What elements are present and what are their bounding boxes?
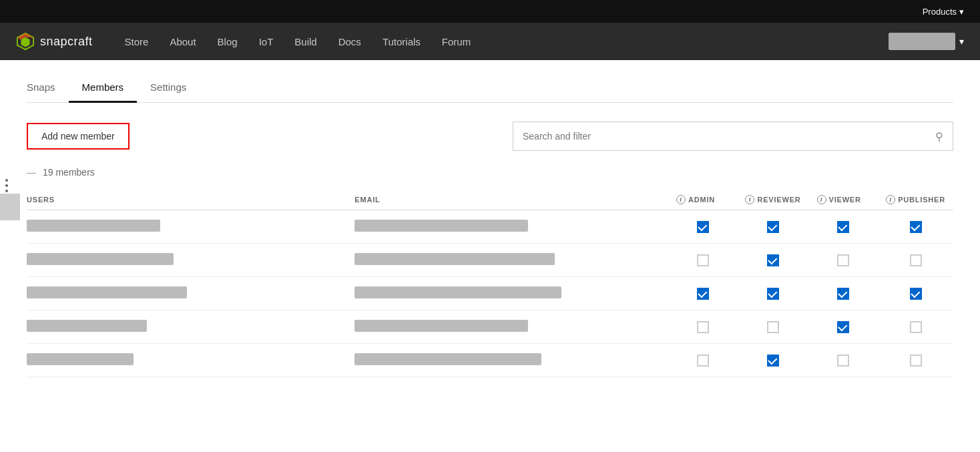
checkbox-admin[interactable] xyxy=(697,355,709,367)
cell-user xyxy=(27,244,346,277)
viewer-info-icon: i xyxy=(817,195,826,204)
products-chevron: ▾ xyxy=(959,7,964,17)
checkbox-viewer[interactable] xyxy=(837,355,849,367)
cell-user xyxy=(27,277,346,310)
nav-forum[interactable]: Forum xyxy=(431,23,481,60)
cell-admin xyxy=(668,244,737,277)
cell-viewer xyxy=(809,244,879,277)
nav-store[interactable]: Store xyxy=(114,23,160,60)
cell-publisher xyxy=(878,310,953,344)
checkbox-admin[interactable] xyxy=(697,321,709,333)
cell-reviewer xyxy=(737,344,808,377)
checkbox-publisher[interactable] xyxy=(910,288,922,300)
tabs: Snaps Members Settings xyxy=(27,60,953,103)
nav-links: Store About Blog IoT Build Docs Tutorial… xyxy=(114,23,889,60)
nav-tutorials[interactable]: Tutorials xyxy=(372,23,431,60)
checkbox-reviewer[interactable] xyxy=(767,254,779,266)
cell-publisher xyxy=(878,277,953,310)
checkbox-viewer[interactable] xyxy=(837,254,849,266)
members-section: Add new member ⚲ — 19 members USERS EMAI… xyxy=(27,103,953,396)
tab-settings[interactable]: Settings xyxy=(137,73,200,103)
table-row xyxy=(27,210,953,244)
nav-build[interactable]: Build xyxy=(284,23,327,60)
table-body xyxy=(27,210,953,377)
th-viewer: i VIEWER xyxy=(809,190,879,210)
cell-email xyxy=(346,210,668,244)
cell-reviewer xyxy=(737,277,808,310)
cell-reviewer xyxy=(737,310,808,344)
checkbox-admin[interactable] xyxy=(697,254,709,266)
cell-viewer xyxy=(809,344,879,377)
cell-user xyxy=(27,344,346,377)
table-row xyxy=(27,244,953,277)
count-label: 19 members xyxy=(43,167,95,178)
checkbox-reviewer[interactable] xyxy=(767,321,779,333)
cell-publisher xyxy=(878,244,953,277)
search-box: ⚲ xyxy=(513,122,953,151)
nav-iot[interactable]: IoT xyxy=(248,23,284,60)
logo[interactable]: snapcraft xyxy=(16,32,93,51)
user-menu-chevron: ▾ xyxy=(959,36,964,47)
table-row xyxy=(27,277,953,310)
cell-admin xyxy=(668,210,737,244)
count-dash: — xyxy=(27,167,36,178)
admin-info-icon: i xyxy=(676,195,686,204)
products-menu[interactable]: Products ▾ xyxy=(923,7,964,17)
cell-email xyxy=(346,244,668,277)
members-count: — 19 members xyxy=(27,167,953,178)
user-avatar xyxy=(889,33,955,50)
th-email: EMAIL xyxy=(346,190,668,210)
cell-viewer xyxy=(809,310,879,344)
tab-snaps[interactable]: Snaps xyxy=(27,73,69,103)
cell-admin xyxy=(668,344,737,377)
cell-viewer xyxy=(809,277,879,310)
publisher-info-icon: i xyxy=(886,195,895,204)
checkbox-viewer[interactable] xyxy=(837,288,849,300)
th-publisher: i PUBLISHER xyxy=(878,190,953,210)
checkbox-publisher[interactable] xyxy=(910,254,922,266)
snapcraft-logo-icon xyxy=(16,32,35,51)
th-admin: i ADMIN xyxy=(668,190,737,210)
cell-email xyxy=(346,277,668,310)
checkbox-reviewer[interactable] xyxy=(767,288,779,300)
logo-text: snapcraft xyxy=(40,35,93,49)
search-input[interactable] xyxy=(523,131,935,142)
checkbox-viewer[interactable] xyxy=(837,321,849,333)
tab-members[interactable]: Members xyxy=(69,73,138,103)
checkbox-viewer[interactable] xyxy=(837,221,849,233)
cell-email xyxy=(346,344,668,377)
cell-user xyxy=(27,310,346,344)
checkbox-publisher[interactable] xyxy=(910,355,922,367)
nav-blog[interactable]: Blog xyxy=(207,23,248,60)
products-label: Products xyxy=(923,7,957,17)
cell-reviewer xyxy=(737,244,808,277)
checkbox-admin[interactable] xyxy=(697,288,709,300)
th-users: USERS xyxy=(27,190,346,210)
nav-bar: snapcraft Store About Blog IoT Build Doc… xyxy=(0,23,980,60)
nav-docs[interactable]: Docs xyxy=(328,23,372,60)
table-row xyxy=(27,344,953,377)
side-bar xyxy=(0,194,20,220)
nav-about[interactable]: About xyxy=(159,23,206,60)
cell-viewer xyxy=(809,210,879,244)
table-header: USERS EMAIL i ADMIN i REVIE xyxy=(27,190,953,210)
members-table: USERS EMAIL i ADMIN i REVIE xyxy=(27,190,953,377)
cell-publisher xyxy=(878,344,953,377)
checkbox-reviewer[interactable] xyxy=(767,355,779,367)
table-row xyxy=(27,310,953,344)
user-menu[interactable]: ▾ xyxy=(889,33,964,50)
checkbox-reviewer[interactable] xyxy=(767,221,779,233)
checkbox-publisher[interactable] xyxy=(910,221,922,233)
top-bar: Products ▾ xyxy=(0,0,980,23)
th-reviewer: i REVIEWER xyxy=(737,190,808,210)
top-actions: Add new member ⚲ xyxy=(27,122,953,151)
cell-admin xyxy=(668,277,737,310)
cell-admin xyxy=(668,310,737,344)
checkbox-publisher[interactable] xyxy=(910,321,922,333)
reviewer-info-icon: i xyxy=(745,195,754,204)
checkbox-admin[interactable] xyxy=(697,221,709,233)
add-member-button[interactable]: Add new member xyxy=(27,123,130,150)
cell-user xyxy=(27,210,346,244)
search-icon: ⚲ xyxy=(935,130,943,143)
cell-publisher xyxy=(878,210,953,244)
